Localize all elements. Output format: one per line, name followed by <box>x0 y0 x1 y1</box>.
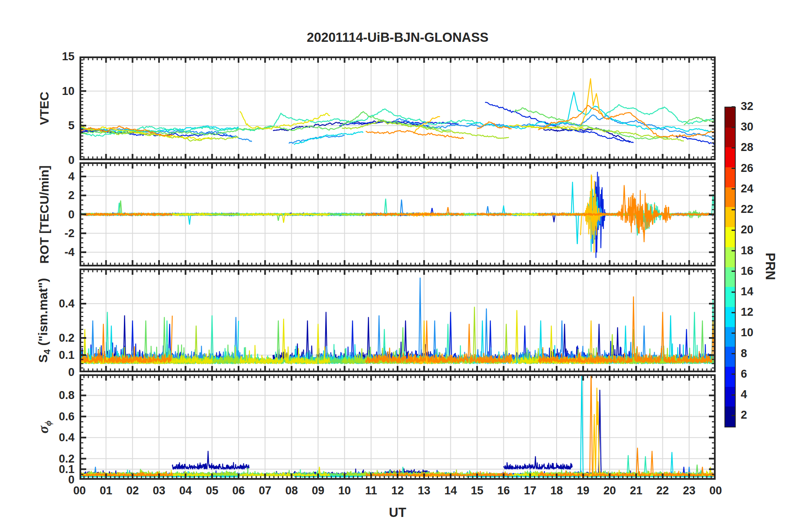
colorbar-tick-8 <box>732 353 735 354</box>
colorbar-band-15 <box>725 107 735 128</box>
colorbar-tick-label-20: 20 <box>741 223 753 236</box>
panel-rot <box>80 162 716 266</box>
colorbar-tick-label-28: 28 <box>741 141 753 154</box>
colorbar-tick-label-22: 22 <box>741 203 753 216</box>
y-tick-label-sigma-phi-0.2: 0.2 <box>33 453 74 465</box>
y-tick-label-vtec-5: 5 <box>33 119 74 132</box>
colorbar-tick-18 <box>732 250 735 251</box>
colorbar-tick-24 <box>732 188 735 189</box>
colorbar-band-13 <box>725 147 735 167</box>
colorbar-tick-30 <box>732 127 735 128</box>
colorbar-tick-label-32: 32 <box>741 100 753 113</box>
colorbar-tick-20 <box>732 230 735 231</box>
y-tick-label-vtec-15: 15 <box>33 50 74 63</box>
colorbar-band-7 <box>725 267 735 287</box>
y-tick-label-s4-0.4: 0.4 <box>33 297 74 310</box>
panel-s4 <box>80 269 716 372</box>
figure: 20201114-UiB-BJN-GLONASS VTEC ROT [TECU/… <box>0 0 796 532</box>
panel-vtec <box>80 56 716 160</box>
y-tick-label-s4-0: 0 <box>33 366 74 379</box>
y-tick-label-rot--2: -2 <box>33 227 74 240</box>
colorbar-tick-26 <box>732 168 735 169</box>
colorbar-band-5 <box>725 307 735 327</box>
colorbar-tick-label-2: 2 <box>741 409 747 422</box>
x-tick-label-24-00: 00 <box>699 484 732 497</box>
figure-title: 20201114-UiB-BJN-GLONASS <box>80 30 716 45</box>
colorbar-label: PRN <box>763 253 778 280</box>
colorbar-tick-label-4: 4 <box>741 388 747 401</box>
rot-plot-canvas <box>80 162 716 266</box>
s4-plot-canvas <box>80 269 716 372</box>
colorbar-band-2 <box>725 366 735 386</box>
y-tick-label-s4-0.2: 0.2 <box>33 332 74 344</box>
colorbar-tick-16 <box>732 271 735 272</box>
colorbar-tick-label-6: 6 <box>741 368 747 381</box>
colorbar-tick-label-10: 10 <box>741 326 753 339</box>
y-tick-label-rot-4: 4 <box>33 170 74 183</box>
x-axis-label: UT <box>80 505 716 520</box>
y-tick-label-sigma-phi-0.6: 0.6 <box>33 410 74 423</box>
colorbar-tick-2 <box>732 415 735 416</box>
colorbar-band-14 <box>725 127 735 147</box>
y-tick-label-rot-0: 0 <box>33 208 74 221</box>
colorbar-tick-label-24: 24 <box>741 182 753 195</box>
y-tick-label-sigma-phi-0.4: 0.4 <box>33 431 74 444</box>
y-tick-label-vtec-0: 0 <box>33 154 74 166</box>
colorbar-tick-label-26: 26 <box>741 162 753 175</box>
colorbar-tick-4 <box>732 394 735 396</box>
vtec-plot-canvas <box>80 56 716 160</box>
colorbar <box>724 107 736 427</box>
sigma-phi-plot-canvas <box>80 374 716 480</box>
colorbar-tick-10 <box>732 332 735 334</box>
colorbar-band-12 <box>725 167 735 187</box>
y-tick-label-rot--4: -4 <box>33 246 74 258</box>
colorbar-tick-12 <box>732 312 735 313</box>
colorbar-tick-6 <box>732 373 735 375</box>
colorbar-tick-14 <box>732 292 735 293</box>
y-tick-label-s4-0.1: 0.1 <box>33 349 74 361</box>
y-tick-label-rot-2: 2 <box>33 189 74 202</box>
colorbar-tick-label-12: 12 <box>741 306 753 319</box>
y-tick-label-vtec-10: 10 <box>33 85 74 97</box>
y-tick-label-sigma-phi-0.8: 0.8 <box>33 389 74 402</box>
panel-sigma-phi <box>80 374 716 480</box>
colorbar-band-1 <box>725 386 735 407</box>
colorbar-tick-label-14: 14 <box>741 285 753 298</box>
colorbar-tick-label-18: 18 <box>741 244 753 257</box>
colorbar-band-11 <box>725 187 735 207</box>
colorbar-tick-label-8: 8 <box>741 347 747 360</box>
colorbar-tick-label-16: 16 <box>741 265 753 278</box>
colorbar-tick-label-30: 30 <box>741 120 753 133</box>
colorbar-tick-32 <box>732 106 735 107</box>
colorbar-tick-22 <box>732 209 735 210</box>
colorbar-band-6 <box>725 287 735 307</box>
colorbar-band-4 <box>725 327 735 347</box>
colorbar-tick-28 <box>732 147 735 148</box>
colorbar-band-0 <box>725 407 735 427</box>
colorbar-band-3 <box>725 347 735 367</box>
